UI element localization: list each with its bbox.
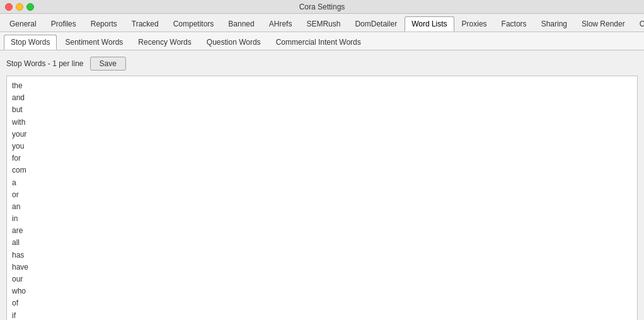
tab-reports[interactable]: Reports: [84, 16, 124, 31]
subtab-questionwords[interactable]: Question Words: [200, 35, 268, 50]
tab-colors[interactable]: Colors: [633, 16, 644, 31]
sub-tab-bar: Stop Words Sentiment Words Recency Words…: [0, 32, 644, 50]
title-bar: Cora Settings: [0, 0, 644, 14]
tab-proxies[interactable]: Proxies: [455, 16, 494, 31]
content-label: Stop Words - 1 per line: [6, 59, 84, 68]
minimize-button[interactable]: [16, 3, 23, 11]
tab-domdetailer[interactable]: DomDetailer: [348, 16, 404, 31]
stop-words-textarea[interactable]: [6, 76, 638, 320]
tab-banned[interactable]: Banned: [221, 16, 261, 31]
tab-factors[interactable]: Factors: [495, 16, 534, 31]
maximize-button[interactable]: [26, 3, 34, 11]
subtab-sentimentwords[interactable]: Sentiment Words: [58, 35, 130, 50]
tab-profiles[interactable]: Profiles: [44, 16, 83, 31]
tab-tracked[interactable]: Tracked: [125, 16, 166, 31]
window-title: Cora Settings: [299, 3, 345, 11]
main-tab-bar: General Profiles Reports Tracked Competi…: [0, 14, 644, 32]
save-button[interactable]: Save: [90, 57, 126, 71]
subtab-commercialintentwords[interactable]: Commercial Intent Words: [269, 35, 368, 50]
words-textarea-wrapper: [6, 76, 638, 320]
tab-general[interactable]: General: [3, 16, 43, 31]
tab-sharing[interactable]: Sharing: [534, 16, 574, 31]
content-area: Stop Words - 1 per line Save: [0, 50, 644, 320]
window-controls: [5, 3, 34, 11]
close-button[interactable]: [5, 3, 13, 11]
subtab-recencywords[interactable]: Recency Words: [131, 35, 198, 50]
tab-slowrender[interactable]: Slow Render: [575, 16, 632, 31]
tab-wordlists[interactable]: Word Lists: [405, 16, 454, 31]
content-header: Stop Words - 1 per line Save: [6, 57, 638, 71]
subtab-stopwords[interactable]: Stop Words: [4, 35, 57, 50]
tab-competitors[interactable]: Competitors: [166, 16, 221, 31]
tab-ahrefs[interactable]: AHrefs: [262, 16, 299, 31]
tab-semrush[interactable]: SEMRush: [299, 16, 347, 31]
